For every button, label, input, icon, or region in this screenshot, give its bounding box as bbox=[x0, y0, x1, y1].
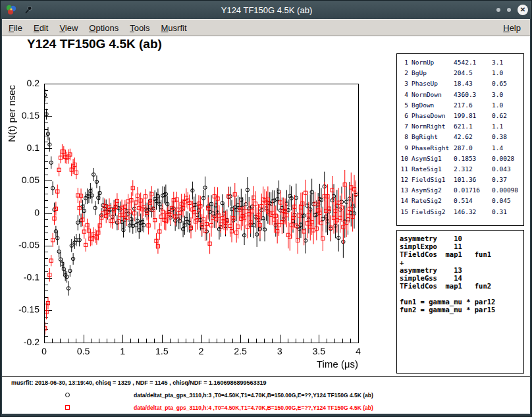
param-name: RateSig1 bbox=[412, 164, 454, 175]
param-name: PhaseUp bbox=[412, 78, 454, 89]
legend-marker-circle-icon bbox=[65, 393, 70, 397]
param-no: 10 bbox=[400, 153, 408, 164]
param-error: 1.1 bbox=[492, 121, 521, 132]
param-error: 0.0028 bbox=[492, 153, 521, 164]
param-name: PhaseRight bbox=[412, 143, 454, 153]
param-error: 0.62 bbox=[492, 111, 521, 121]
param-value: 199.81 bbox=[454, 111, 492, 121]
param-row: 11RateSig12.3120.043 bbox=[400, 164, 521, 175]
param-row: 14RateSig20.5140.045 bbox=[400, 196, 521, 206]
param-value: 204.5 bbox=[454, 68, 492, 78]
param-value: 101.36 bbox=[454, 175, 492, 185]
param-name: FieldSig1 bbox=[412, 175, 454, 185]
minimize-button[interactable] bbox=[496, 8, 500, 12]
menu-help[interactable]: Help bbox=[502, 22, 522, 34]
param-row: 7NormRight621.11.1 bbox=[400, 121, 521, 132]
menu-file[interactable]: File bbox=[7, 22, 24, 34]
close-button[interactable]: ✕ bbox=[518, 5, 528, 15]
menu-view[interactable]: View bbox=[58, 22, 79, 34]
param-value: 0.01716 bbox=[454, 185, 492, 196]
param-value: 0.514 bbox=[454, 196, 492, 206]
param-no: 9 bbox=[400, 143, 408, 153]
param-no: 4 bbox=[400, 90, 408, 100]
param-row: 2BgUp204.51.0 bbox=[400, 68, 521, 78]
menu-musrfit[interactable]: Musrfit bbox=[160, 22, 188, 34]
param-name: AsymSig2 bbox=[412, 185, 454, 196]
menu-options[interactable]: Options bbox=[88, 22, 120, 34]
menubar-right: Help bbox=[502, 22, 525, 34]
plot-canvas[interactable] bbox=[2, 70, 375, 374]
param-error: 0.65 bbox=[492, 78, 521, 89]
status-divider bbox=[2, 376, 530, 377]
param-value: 4360.3 bbox=[454, 90, 492, 100]
param-no: 7 bbox=[400, 121, 408, 132]
param-name: NormRight bbox=[412, 121, 454, 132]
legend-entry: data/deltat_pta_gps_3110,h:4 ,T0=4.50K,T… bbox=[2, 401, 530, 414]
param-row: 10AsymSig10.18530.0028 bbox=[400, 153, 521, 164]
param-error: 1.0 bbox=[492, 100, 521, 111]
param-no: 12 bbox=[400, 175, 408, 185]
fit-status: musrfit: 2018-06-30, 13:19:40, chisq = 1… bbox=[11, 379, 266, 386]
menu-tools[interactable]: Tools bbox=[128, 22, 151, 34]
app-icon bbox=[5, 4, 17, 16]
titlebar[interactable]: Y124 TF150G 4.5K (ab) ✕ bbox=[1, 1, 532, 19]
param-row: 4NormDown4360.33.0 bbox=[400, 90, 521, 100]
param-name: AsymSig1 bbox=[412, 153, 454, 164]
param-no: 1 bbox=[400, 57, 408, 68]
param-row: 8BgRight42.620.38 bbox=[400, 132, 521, 142]
param-error: 0.00098 bbox=[492, 185, 521, 196]
param-no: 11 bbox=[400, 164, 408, 175]
close-icon: ✕ bbox=[520, 7, 525, 13]
param-value: 18.43 bbox=[454, 78, 492, 89]
menubar: FileEditViewOptionsToolsMusrfit Help bbox=[2, 19, 530, 36]
param-row: 6PhaseDown199.810.62 bbox=[400, 111, 521, 121]
maximize-button[interactable] bbox=[507, 8, 511, 12]
param-error: 1.4 bbox=[492, 143, 521, 153]
param-error: 0.38 bbox=[492, 132, 521, 142]
param-error: 1.0 bbox=[492, 68, 521, 78]
param-no: 2 bbox=[400, 68, 408, 78]
param-name: PhaseDown bbox=[412, 111, 454, 121]
param-name: NormDown bbox=[412, 90, 454, 100]
param-name: BgUp bbox=[412, 68, 454, 78]
param-no: 14 bbox=[400, 196, 408, 206]
param-row: 13AsymSig20.017160.00098 bbox=[400, 185, 521, 196]
param-error: 0.37 bbox=[492, 175, 521, 185]
param-row: 12FieldSig1101.360.37 bbox=[400, 175, 521, 185]
legend-label: data/deltat_pta_gps_3110,h:4 ,T0=4.50K,T… bbox=[134, 404, 373, 411]
param-name: NormUp bbox=[412, 57, 454, 68]
param-row: 15FieldSig2146.320.31 bbox=[400, 207, 521, 217]
param-no: 5 bbox=[400, 100, 408, 111]
param-no: 6 bbox=[400, 111, 408, 121]
theory-box: asymmetry 10 simplExpo 11 TFieldCos map1… bbox=[396, 230, 524, 374]
param-error: 0.045 bbox=[492, 196, 521, 206]
pin-icon[interactable] bbox=[22, 4, 34, 16]
param-value: 2.312 bbox=[454, 164, 492, 175]
param-no: 8 bbox=[400, 132, 408, 142]
legend-entry: data/deltat_pta_gps_3110,h:3 ,T0=4.50K,T… bbox=[2, 389, 530, 401]
app-window: Y124 TF150G 4.5K (ab) ✕ FileEditViewOpti… bbox=[0, 0, 532, 417]
param-name: BgDown bbox=[412, 100, 454, 111]
param-value: 146.32 bbox=[454, 207, 492, 217]
param-error: 3.0 bbox=[492, 90, 521, 100]
param-error: 0.31 bbox=[492, 207, 521, 217]
param-error: 0.043 bbox=[492, 164, 521, 175]
param-name: FieldSig2 bbox=[412, 207, 454, 217]
param-value: 42.62 bbox=[454, 132, 492, 142]
param-name: BgRight bbox=[412, 132, 454, 142]
legend-marker-square-icon bbox=[65, 405, 70, 410]
param-no: 3 bbox=[400, 78, 408, 89]
param-row: 3PhaseUp18.430.65 bbox=[400, 78, 521, 89]
plot-title: Y124 TF150G 4.5K (ab) bbox=[27, 37, 162, 51]
param-no: 13 bbox=[400, 185, 408, 196]
param-row: 5BgDown217.61.0 bbox=[400, 100, 521, 111]
param-value: 287.0 bbox=[454, 143, 492, 153]
param-row: 9PhaseRight287.01.4 bbox=[400, 143, 521, 153]
param-value: 621.1 bbox=[454, 121, 492, 132]
plot-area: Y124 TF150G 4.5K (ab) 1NormUp4542.13.12B… bbox=[2, 36, 530, 414]
param-value: 0.1853 bbox=[454, 153, 492, 164]
menu-edit[interactable]: Edit bbox=[32, 22, 49, 34]
window-title: Y124 TF150G 4.5K (ab) bbox=[1, 5, 532, 15]
legend: data/deltat_pta_gps_3110,h:3 ,T0=4.50K,T… bbox=[2, 389, 530, 414]
param-value: 217.6 bbox=[454, 100, 492, 111]
